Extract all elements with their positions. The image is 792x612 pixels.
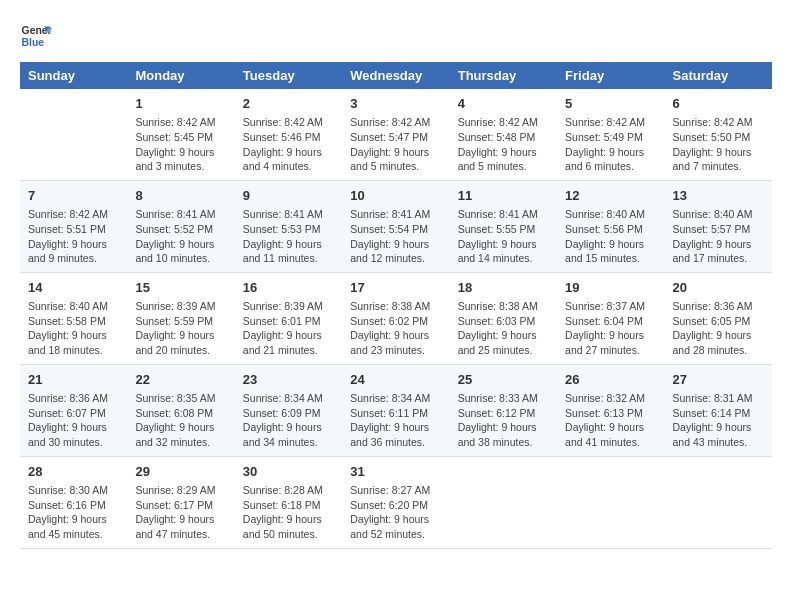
day-number: 14 bbox=[28, 279, 119, 297]
daylight-text: Daylight: 9 hours and 9 minutes. bbox=[28, 237, 119, 266]
sunset-text: Sunset: 5:51 PM bbox=[28, 222, 119, 237]
day-cell: 26 Sunrise: 8:32 AM Sunset: 6:13 PM Dayl… bbox=[557, 364, 664, 456]
day-info: Sunrise: 8:38 AM Sunset: 6:02 PM Dayligh… bbox=[350, 299, 441, 358]
day-number: 21 bbox=[28, 371, 119, 389]
day-cell: 4 Sunrise: 8:42 AM Sunset: 5:48 PM Dayli… bbox=[450, 89, 557, 180]
daylight-text: Daylight: 9 hours and 32 minutes. bbox=[135, 420, 226, 449]
sunset-text: Sunset: 6:13 PM bbox=[565, 406, 656, 421]
col-header-friday: Friday bbox=[557, 62, 664, 89]
daylight-text: Daylight: 9 hours and 28 minutes. bbox=[673, 328, 764, 357]
day-info: Sunrise: 8:42 AM Sunset: 5:45 PM Dayligh… bbox=[135, 115, 226, 174]
daylight-text: Daylight: 9 hours and 4 minutes. bbox=[243, 145, 334, 174]
day-info: Sunrise: 8:40 AM Sunset: 5:56 PM Dayligh… bbox=[565, 207, 656, 266]
daylight-text: Daylight: 9 hours and 18 minutes. bbox=[28, 328, 119, 357]
sunrise-text: Sunrise: 8:35 AM bbox=[135, 391, 226, 406]
daylight-text: Daylight: 9 hours and 3 minutes. bbox=[135, 145, 226, 174]
sunset-text: Sunset: 6:07 PM bbox=[28, 406, 119, 421]
day-number: 18 bbox=[458, 279, 549, 297]
daylight-text: Daylight: 9 hours and 5 minutes. bbox=[350, 145, 441, 174]
day-number: 15 bbox=[135, 279, 226, 297]
sunrise-text: Sunrise: 8:42 AM bbox=[350, 115, 441, 130]
sunset-text: Sunset: 6:08 PM bbox=[135, 406, 226, 421]
sunset-text: Sunset: 5:59 PM bbox=[135, 314, 226, 329]
day-info: Sunrise: 8:40 AM Sunset: 5:57 PM Dayligh… bbox=[673, 207, 764, 266]
day-cell: 14 Sunrise: 8:40 AM Sunset: 5:58 PM Dayl… bbox=[20, 272, 127, 364]
sunset-text: Sunset: 5:45 PM bbox=[135, 130, 226, 145]
day-info: Sunrise: 8:34 AM Sunset: 6:09 PM Dayligh… bbox=[243, 391, 334, 450]
day-number: 4 bbox=[458, 95, 549, 113]
sunset-text: Sunset: 6:09 PM bbox=[243, 406, 334, 421]
sunset-text: Sunset: 5:54 PM bbox=[350, 222, 441, 237]
sunset-text: Sunset: 6:04 PM bbox=[565, 314, 656, 329]
sunrise-text: Sunrise: 8:29 AM bbox=[135, 483, 226, 498]
day-cell: 28 Sunrise: 8:30 AM Sunset: 6:16 PM Dayl… bbox=[20, 456, 127, 548]
day-cell: 12 Sunrise: 8:40 AM Sunset: 5:56 PM Dayl… bbox=[557, 180, 664, 272]
logo-icon: General Blue bbox=[20, 20, 52, 52]
day-cell bbox=[20, 89, 127, 180]
day-info: Sunrise: 8:42 AM Sunset: 5:47 PM Dayligh… bbox=[350, 115, 441, 174]
day-number: 12 bbox=[565, 187, 656, 205]
sunrise-text: Sunrise: 8:41 AM bbox=[458, 207, 549, 222]
day-info: Sunrise: 8:30 AM Sunset: 6:16 PM Dayligh… bbox=[28, 483, 119, 542]
sunrise-text: Sunrise: 8:40 AM bbox=[28, 299, 119, 314]
sunrise-text: Sunrise: 8:39 AM bbox=[135, 299, 226, 314]
day-info: Sunrise: 8:39 AM Sunset: 6:01 PM Dayligh… bbox=[243, 299, 334, 358]
day-info: Sunrise: 8:41 AM Sunset: 5:52 PM Dayligh… bbox=[135, 207, 226, 266]
sunrise-text: Sunrise: 8:27 AM bbox=[350, 483, 441, 498]
sunset-text: Sunset: 6:12 PM bbox=[458, 406, 549, 421]
daylight-text: Daylight: 9 hours and 47 minutes. bbox=[135, 512, 226, 541]
day-number: 30 bbox=[243, 463, 334, 481]
day-info: Sunrise: 8:40 AM Sunset: 5:58 PM Dayligh… bbox=[28, 299, 119, 358]
day-cell: 25 Sunrise: 8:33 AM Sunset: 6:12 PM Dayl… bbox=[450, 364, 557, 456]
day-info: Sunrise: 8:28 AM Sunset: 6:18 PM Dayligh… bbox=[243, 483, 334, 542]
sunset-text: Sunset: 6:05 PM bbox=[673, 314, 764, 329]
col-header-monday: Monday bbox=[127, 62, 234, 89]
day-info: Sunrise: 8:41 AM Sunset: 5:53 PM Dayligh… bbox=[243, 207, 334, 266]
day-number: 20 bbox=[673, 279, 764, 297]
page-header: General Blue bbox=[20, 20, 772, 52]
day-cell: 30 Sunrise: 8:28 AM Sunset: 6:18 PM Dayl… bbox=[235, 456, 342, 548]
day-number: 25 bbox=[458, 371, 549, 389]
sunset-text: Sunset: 6:17 PM bbox=[135, 498, 226, 513]
sunrise-text: Sunrise: 8:38 AM bbox=[458, 299, 549, 314]
day-cell: 19 Sunrise: 8:37 AM Sunset: 6:04 PM Dayl… bbox=[557, 272, 664, 364]
day-number: 24 bbox=[350, 371, 441, 389]
day-number: 17 bbox=[350, 279, 441, 297]
svg-text:Blue: Blue bbox=[22, 37, 45, 48]
sunrise-text: Sunrise: 8:34 AM bbox=[350, 391, 441, 406]
sunrise-text: Sunrise: 8:28 AM bbox=[243, 483, 334, 498]
day-cell: 27 Sunrise: 8:31 AM Sunset: 6:14 PM Dayl… bbox=[665, 364, 772, 456]
day-cell: 24 Sunrise: 8:34 AM Sunset: 6:11 PM Dayl… bbox=[342, 364, 449, 456]
sunrise-text: Sunrise: 8:36 AM bbox=[28, 391, 119, 406]
logo: General Blue bbox=[20, 20, 52, 52]
sunrise-text: Sunrise: 8:36 AM bbox=[673, 299, 764, 314]
daylight-text: Daylight: 9 hours and 41 minutes. bbox=[565, 420, 656, 449]
day-cell: 21 Sunrise: 8:36 AM Sunset: 6:07 PM Dayl… bbox=[20, 364, 127, 456]
sunrise-text: Sunrise: 8:40 AM bbox=[565, 207, 656, 222]
day-info: Sunrise: 8:27 AM Sunset: 6:20 PM Dayligh… bbox=[350, 483, 441, 542]
day-number: 16 bbox=[243, 279, 334, 297]
day-info: Sunrise: 8:36 AM Sunset: 6:07 PM Dayligh… bbox=[28, 391, 119, 450]
day-number: 13 bbox=[673, 187, 764, 205]
day-number: 8 bbox=[135, 187, 226, 205]
day-number: 19 bbox=[565, 279, 656, 297]
day-cell: 1 Sunrise: 8:42 AM Sunset: 5:45 PM Dayli… bbox=[127, 89, 234, 180]
daylight-text: Daylight: 9 hours and 30 minutes. bbox=[28, 420, 119, 449]
daylight-text: Daylight: 9 hours and 20 minutes. bbox=[135, 328, 226, 357]
week-row-3: 14 Sunrise: 8:40 AM Sunset: 5:58 PM Dayl… bbox=[20, 272, 772, 364]
sunset-text: Sunset: 6:03 PM bbox=[458, 314, 549, 329]
col-header-wednesday: Wednesday bbox=[342, 62, 449, 89]
day-cell: 23 Sunrise: 8:34 AM Sunset: 6:09 PM Dayl… bbox=[235, 364, 342, 456]
col-header-thursday: Thursday bbox=[450, 62, 557, 89]
sunrise-text: Sunrise: 8:42 AM bbox=[458, 115, 549, 130]
sunset-text: Sunset: 5:57 PM bbox=[673, 222, 764, 237]
day-cell: 13 Sunrise: 8:40 AM Sunset: 5:57 PM Dayl… bbox=[665, 180, 772, 272]
daylight-text: Daylight: 9 hours and 6 minutes. bbox=[565, 145, 656, 174]
sunset-text: Sunset: 6:02 PM bbox=[350, 314, 441, 329]
col-header-tuesday: Tuesday bbox=[235, 62, 342, 89]
day-cell: 18 Sunrise: 8:38 AM Sunset: 6:03 PM Dayl… bbox=[450, 272, 557, 364]
day-number: 10 bbox=[350, 187, 441, 205]
week-row-1: 1 Sunrise: 8:42 AM Sunset: 5:45 PM Dayli… bbox=[20, 89, 772, 180]
sunset-text: Sunset: 5:50 PM bbox=[673, 130, 764, 145]
sunrise-text: Sunrise: 8:33 AM bbox=[458, 391, 549, 406]
